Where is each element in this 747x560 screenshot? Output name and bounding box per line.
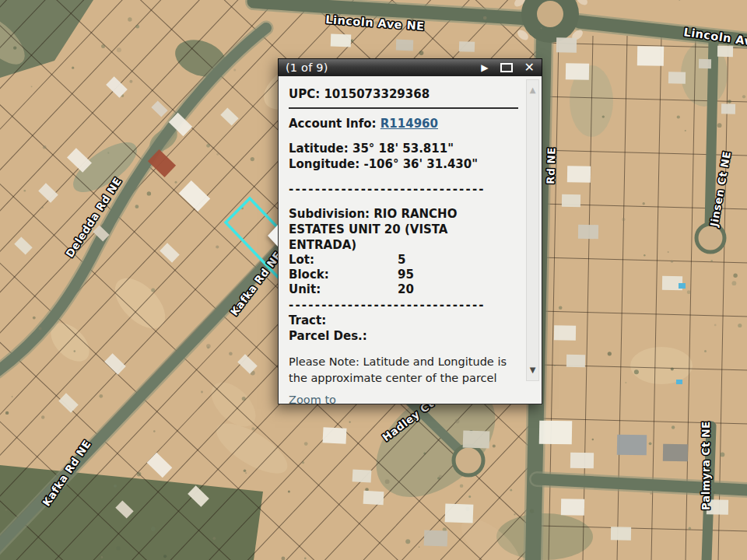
roundabout [513, 0, 590, 43]
subdivision-line: Subdivision: RIO RANCHO ESTATES UNIT 20 … [289, 206, 485, 253]
separator-dashes: ------------------------------ [289, 297, 518, 313]
cul-de-sac-hadley [454, 446, 483, 475]
block-row: Block:95 [289, 268, 518, 282]
zoom-to-link[interactable]: Zoom to [289, 392, 336, 404]
pool [676, 380, 682, 384]
block-value: 95 [398, 268, 414, 282]
scroll-up-arrow-icon[interactable]: ▲ [527, 82, 538, 98]
lot-row: Lot:5 [289, 253, 518, 268]
latitude-line: Latitude: 35° 18' 53.811" [289, 141, 518, 156]
popup-scrollbar[interactable]: ▲ ▼ [526, 79, 539, 381]
map-viewport[interactable]: Lincoln Ave NE Lincoln Ave NE Deledda Rd… [0, 0, 747, 560]
popup-title: (1 of 9) [286, 61, 469, 74]
next-result-button[interactable]: ▶ [481, 63, 488, 72]
separator-dashes: ------------------------------ [289, 181, 518, 197]
cul-de-sac-jinsen [696, 224, 724, 252]
longitude-line: Longitude: -106° 36' 31.430" [289, 156, 518, 172]
note-text: Please Note: Latitude and Longitude is t… [289, 354, 518, 387]
scroll-down-arrow-icon[interactable]: ▼ [527, 362, 538, 378]
parcel-info-popup: (1 of 9) ▶ ✕ UPC: 1015073329368 Account … [278, 58, 542, 404]
unit-value: 20 [398, 282, 414, 297]
lot-value: 5 [398, 253, 405, 268]
divider-line [289, 107, 518, 109]
popup-callout-arrow [268, 225, 278, 247]
pool [679, 283, 686, 289]
upc-value: 1015073329368 [324, 87, 430, 101]
account-line: Account Info: R114960 [289, 116, 518, 131]
upc-line: UPC: 1015073329368 [289, 86, 518, 102]
close-button[interactable]: ✕ [524, 61, 535, 74]
account-info-link[interactable]: R114960 [381, 117, 438, 131]
maximize-button[interactable] [500, 63, 513, 72]
popup-titlebar[interactable]: (1 of 9) ▶ ✕ [278, 58, 542, 76]
unit-row: Unit:20 [289, 282, 518, 297]
parcel-des-line: Parcel Des.: [289, 328, 518, 344]
popup-body: UPC: 1015073329368 Account Info: R114960… [278, 76, 542, 404]
street-label-rd-ne: Rd NE [544, 147, 558, 184]
tract-line: Tract: [289, 313, 518, 328]
street-label-palmyra: Palmyra Ct NE [700, 421, 712, 510]
